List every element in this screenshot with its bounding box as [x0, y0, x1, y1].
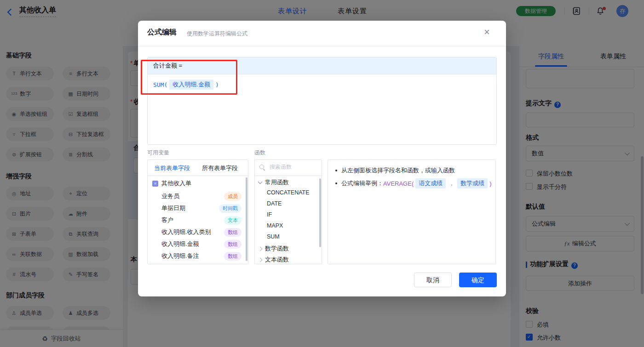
- annotation-highlight-box: [141, 60, 237, 95]
- example-function-name: AVERAGE(: [383, 180, 414, 187]
- chevron-right-icon: [258, 246, 263, 251]
- function-group-common[interactable]: 常用函数: [259, 178, 289, 187]
- type-badge: 文本: [224, 216, 242, 225]
- variables-label: 可用变量: [147, 149, 169, 157]
- hint-line-2: 公式编辑举例： AVERAGE( 语文成绩 ， 数学成绩 ): [335, 178, 492, 188]
- close-icon[interactable]: ×: [484, 26, 490, 38]
- variables-panel: 当前表单字段 所有表单字段 ≡ 其他收入单 业务员成员 单据日期时间戳 客户文本…: [147, 159, 248, 264]
- example-field-chip: 语文成绩: [415, 178, 446, 188]
- type-badge: 数组: [224, 240, 242, 249]
- function-search-input[interactable]: [269, 163, 319, 171]
- functions-panel: 常用函数 CONCATENATE DATE IF MAPX SUM 数学函数 文…: [254, 159, 322, 264]
- modal-title: 公式编辑: [147, 28, 177, 37]
- bullet-icon: [335, 170, 337, 171]
- type-badge: 时间戳: [219, 204, 242, 213]
- type-badge: 成员: [224, 192, 242, 201]
- function-group-math[interactable]: 数学函数: [259, 245, 289, 253]
- bullet-icon: [335, 182, 337, 184]
- document-icon: ≡: [152, 181, 158, 187]
- modal-subtitle: 使用数学运算符编辑公式: [187, 30, 247, 38]
- confirm-button[interactable]: 确定: [459, 273, 497, 287]
- function-item[interactable]: MAPX: [267, 222, 283, 229]
- search-icon: [259, 165, 265, 171]
- function-group-text[interactable]: 文本函数: [259, 256, 289, 264]
- hints-panel: 从左侧面板选择字段名和函数，或输入函数 公式编辑举例： AVERAGE( 语文成…: [328, 159, 496, 264]
- type-badge: 数组: [224, 228, 242, 237]
- function-search-row: [255, 160, 322, 176]
- type-badge: 数组: [224, 252, 242, 261]
- function-item[interactable]: DATE: [267, 200, 282, 207]
- variable-row[interactable]: 收入明细.收入类别数组: [161, 227, 242, 237]
- tab-all-form-fields[interactable]: 所有表单字段: [202, 164, 238, 172]
- variable-row[interactable]: 业务员成员: [161, 191, 242, 201]
- variable-row[interactable]: 单据日期时间戳: [161, 203, 242, 213]
- tab-current-form-fields[interactable]: 当前表单字段: [154, 164, 190, 172]
- scrollbar-thumb[interactable]: [246, 177, 247, 261]
- tree-root-form[interactable]: ≡ 其他收入单: [152, 179, 191, 188]
- chevron-down-icon: [258, 180, 263, 184]
- cancel-button[interactable]: 取消: [414, 273, 452, 287]
- scrollbar-thumb[interactable]: [319, 178, 321, 247]
- modal-header-divider: [138, 46, 506, 46]
- functions-label: 函数: [254, 149, 265, 157]
- function-item[interactable]: SUM: [267, 233, 280, 240]
- function-item[interactable]: IF: [267, 211, 272, 218]
- variable-row[interactable]: 收入明细.金额数组: [161, 239, 242, 249]
- variable-row[interactable]: 客户文本: [161, 215, 242, 225]
- example-field-chip: 数学成绩: [457, 178, 488, 188]
- hint-line-1: 从左侧面板选择字段名和函数，或输入函数: [335, 166, 455, 175]
- app-root: 其他收入单 表单设计 表单设置 数据管理 存 ⊘ 表单外链 ⧉ 后端脚本 ▦ 数…: [0, 0, 644, 347]
- variables-tabs: 当前表单字段 所有表单字段: [148, 160, 248, 176]
- function-item[interactable]: CONCATENATE: [267, 189, 310, 196]
- chevron-right-icon: [258, 257, 263, 262]
- variable-row[interactable]: 收入明细.备注数组: [161, 251, 242, 261]
